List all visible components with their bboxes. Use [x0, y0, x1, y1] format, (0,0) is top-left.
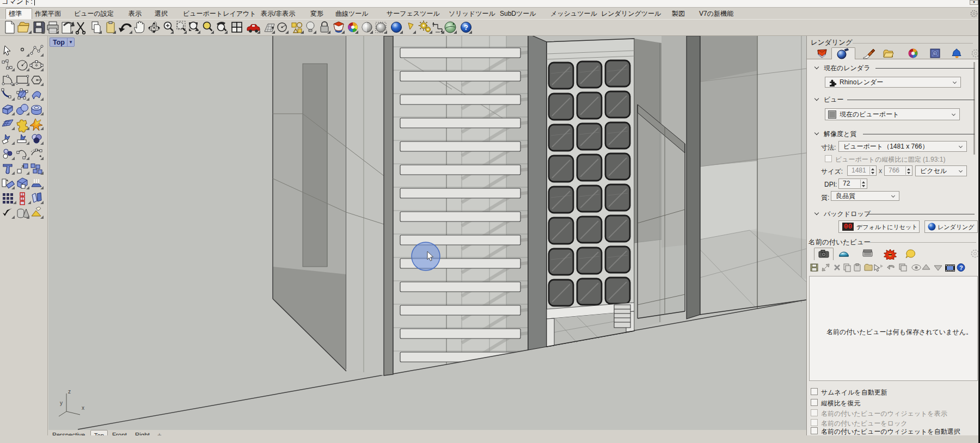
svg-text:?: ? [934, 51, 936, 57]
svg-text:x: x [82, 405, 84, 411]
svg-text:?: ? [959, 264, 963, 271]
svg-text:z: z [68, 389, 71, 395]
svg-text:?: ? [464, 23, 468, 32]
svg-text:y: y [60, 400, 63, 406]
